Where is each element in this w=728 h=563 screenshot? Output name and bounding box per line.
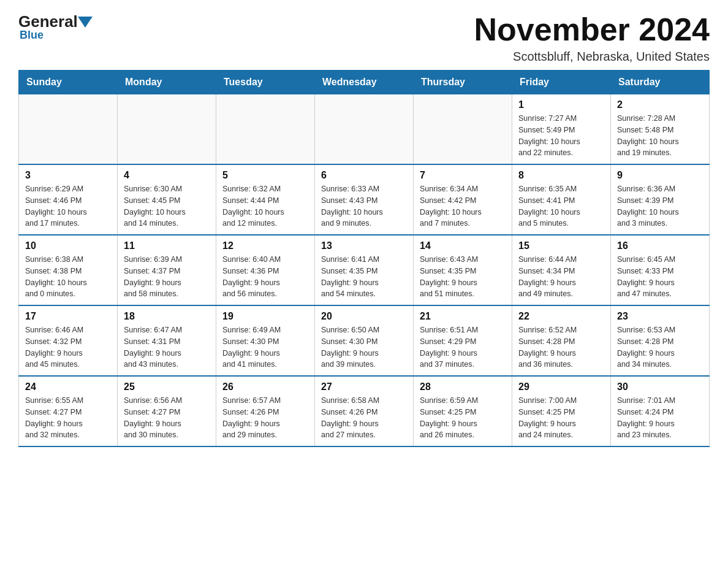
- calendar-cell: 23Sunrise: 6:53 AM Sunset: 4:28 PM Dayli…: [611, 305, 710, 376]
- calendar-cell: 16Sunrise: 6:45 AM Sunset: 4:33 PM Dayli…: [611, 235, 710, 305]
- day-number: 7: [420, 170, 506, 181]
- day-info: Sunrise: 6:33 AM Sunset: 4:43 PM Dayligh…: [321, 183, 407, 229]
- day-number: 5: [222, 170, 308, 181]
- day-number: 11: [124, 240, 210, 251]
- calendar-cell: [19, 94, 118, 165]
- day-info: Sunrise: 6:50 AM Sunset: 4:30 PM Dayligh…: [321, 324, 407, 370]
- day-info: Sunrise: 6:55 AM Sunset: 4:27 PM Dayligh…: [25, 395, 111, 441]
- weekday-header-row: SundayMondayTuesdayWednesdayThursdayFrid…: [19, 71, 710, 94]
- day-number: 21: [420, 311, 506, 322]
- day-info: Sunrise: 7:00 AM Sunset: 4:25 PM Dayligh…: [518, 395, 604, 441]
- week-row-5: 24Sunrise: 6:55 AM Sunset: 4:27 PM Dayli…: [19, 376, 710, 446]
- day-info: Sunrise: 6:40 AM Sunset: 4:36 PM Dayligh…: [222, 254, 308, 300]
- calendar-cell: 12Sunrise: 6:40 AM Sunset: 4:36 PM Dayli…: [216, 235, 315, 305]
- day-number: 14: [420, 240, 506, 251]
- calendar-cell: 19Sunrise: 6:49 AM Sunset: 4:30 PM Dayli…: [216, 305, 315, 376]
- logo-blue-text: Blue: [20, 29, 44, 42]
- calendar-cell: 7Sunrise: 6:34 AM Sunset: 4:42 PM Daylig…: [414, 164, 512, 235]
- week-row-3: 10Sunrise: 6:38 AM Sunset: 4:38 PM Dayli…: [19, 235, 710, 305]
- day-number: 28: [420, 381, 506, 393]
- day-number: 17: [25, 311, 111, 322]
- calendar-cell: 2Sunrise: 7:28 AM Sunset: 5:48 PM Daylig…: [611, 94, 710, 165]
- day-info: Sunrise: 6:29 AM Sunset: 4:46 PM Dayligh…: [25, 183, 111, 229]
- calendar-cell: 29Sunrise: 7:00 AM Sunset: 4:25 PM Dayli…: [512, 376, 611, 446]
- subtitle: Scottsbluff, Nebraska, United States: [474, 50, 710, 64]
- day-info: Sunrise: 7:27 AM Sunset: 5:49 PM Dayligh…: [518, 113, 604, 159]
- day-number: 4: [124, 170, 210, 181]
- day-number: 20: [321, 311, 407, 322]
- calendar-cell: 8Sunrise: 6:35 AM Sunset: 4:41 PM Daylig…: [512, 164, 611, 235]
- week-row-1: 1Sunrise: 7:27 AM Sunset: 5:49 PM Daylig…: [19, 94, 710, 165]
- day-info: Sunrise: 6:41 AM Sunset: 4:35 PM Dayligh…: [321, 254, 407, 300]
- calendar-cell: 17Sunrise: 6:46 AM Sunset: 4:32 PM Dayli…: [19, 305, 118, 376]
- day-info: Sunrise: 6:30 AM Sunset: 4:45 PM Dayligh…: [124, 183, 210, 229]
- day-number: 9: [617, 170, 703, 181]
- day-info: Sunrise: 6:35 AM Sunset: 4:41 PM Dayligh…: [518, 183, 604, 229]
- calendar-cell: 1Sunrise: 7:27 AM Sunset: 5:49 PM Daylig…: [512, 94, 611, 165]
- week-row-4: 17Sunrise: 6:46 AM Sunset: 4:32 PM Dayli…: [19, 305, 710, 376]
- weekday-header-friday: Friday: [512, 71, 611, 94]
- day-number: 15: [518, 240, 604, 251]
- calendar-cell: 6Sunrise: 6:33 AM Sunset: 4:43 PM Daylig…: [315, 164, 414, 235]
- page-title: November 2024: [474, 12, 710, 47]
- day-info: Sunrise: 6:32 AM Sunset: 4:44 PM Dayligh…: [222, 183, 308, 229]
- day-number: 23: [617, 311, 703, 322]
- calendar-cell: 9Sunrise: 6:36 AM Sunset: 4:39 PM Daylig…: [611, 164, 710, 235]
- calendar-cell: [315, 94, 414, 165]
- day-number: 12: [222, 240, 308, 251]
- day-info: Sunrise: 6:36 AM Sunset: 4:39 PM Dayligh…: [617, 183, 703, 229]
- day-info: Sunrise: 6:52 AM Sunset: 4:28 PM Dayligh…: [518, 324, 604, 370]
- day-info: Sunrise: 6:38 AM Sunset: 4:38 PM Dayligh…: [25, 254, 111, 300]
- calendar-cell: 22Sunrise: 6:52 AM Sunset: 4:28 PM Dayli…: [512, 305, 611, 376]
- day-number: 8: [518, 170, 604, 181]
- calendar: SundayMondayTuesdayWednesdayThursdayFrid…: [18, 70, 710, 447]
- day-number: 1: [518, 99, 604, 110]
- day-number: 27: [321, 381, 407, 393]
- calendar-cell: 5Sunrise: 6:32 AM Sunset: 4:44 PM Daylig…: [216, 164, 315, 235]
- logo-triangle-icon: [78, 17, 93, 28]
- calendar-cell: 25Sunrise: 6:56 AM Sunset: 4:27 PM Dayli…: [118, 376, 216, 446]
- day-info: Sunrise: 6:57 AM Sunset: 4:26 PM Dayligh…: [222, 395, 308, 441]
- day-info: Sunrise: 6:39 AM Sunset: 4:37 PM Dayligh…: [124, 254, 210, 300]
- weekday-header-thursday: Thursday: [414, 71, 512, 94]
- calendar-cell: [216, 94, 315, 165]
- calendar-cell: 21Sunrise: 6:51 AM Sunset: 4:29 PM Dayli…: [414, 305, 512, 376]
- calendar-cell: 26Sunrise: 6:57 AM Sunset: 4:26 PM Dayli…: [216, 376, 315, 446]
- day-info: Sunrise: 7:28 AM Sunset: 5:48 PM Dayligh…: [617, 113, 703, 159]
- calendar-cell: 18Sunrise: 6:47 AM Sunset: 4:31 PM Dayli…: [118, 305, 216, 376]
- day-info: Sunrise: 6:34 AM Sunset: 4:42 PM Dayligh…: [420, 183, 506, 229]
- calendar-cell: 24Sunrise: 6:55 AM Sunset: 4:27 PM Dayli…: [19, 376, 118, 446]
- header: General Blue November 2024 Scottsbluff, …: [18, 12, 710, 64]
- logo: General Blue: [18, 12, 94, 42]
- weekday-header-monday: Monday: [118, 71, 216, 94]
- day-number: 16: [617, 240, 703, 251]
- day-info: Sunrise: 6:47 AM Sunset: 4:31 PM Dayligh…: [124, 324, 210, 370]
- day-number: 29: [518, 381, 604, 393]
- day-number: 24: [25, 381, 111, 393]
- day-info: Sunrise: 6:51 AM Sunset: 4:29 PM Dayligh…: [420, 324, 506, 370]
- day-number: 13: [321, 240, 407, 251]
- day-number: 22: [518, 311, 604, 322]
- calendar-cell: 15Sunrise: 6:44 AM Sunset: 4:34 PM Dayli…: [512, 235, 611, 305]
- calendar-cell: 28Sunrise: 6:59 AM Sunset: 4:25 PM Dayli…: [414, 376, 512, 446]
- day-info: Sunrise: 6:45 AM Sunset: 4:33 PM Dayligh…: [617, 254, 703, 300]
- calendar-cell: 14Sunrise: 6:43 AM Sunset: 4:35 PM Dayli…: [414, 235, 512, 305]
- calendar-cell: 4Sunrise: 6:30 AM Sunset: 4:45 PM Daylig…: [118, 164, 216, 235]
- day-number: 3: [25, 170, 111, 181]
- weekday-header-saturday: Saturday: [611, 71, 710, 94]
- day-info: Sunrise: 7:01 AM Sunset: 4:24 PM Dayligh…: [617, 395, 703, 441]
- calendar-cell: [414, 94, 512, 165]
- day-number: 26: [222, 381, 308, 393]
- day-info: Sunrise: 6:58 AM Sunset: 4:26 PM Dayligh…: [321, 395, 407, 441]
- weekday-header-sunday: Sunday: [19, 71, 118, 94]
- day-info: Sunrise: 6:53 AM Sunset: 4:28 PM Dayligh…: [617, 324, 703, 370]
- title-block: November 2024 Scottsbluff, Nebraska, Uni…: [474, 12, 710, 64]
- day-info: Sunrise: 6:56 AM Sunset: 4:27 PM Dayligh…: [124, 395, 210, 441]
- day-number: 30: [617, 381, 703, 393]
- day-number: 2: [617, 99, 703, 110]
- calendar-cell: 30Sunrise: 7:01 AM Sunset: 4:24 PM Dayli…: [611, 376, 710, 446]
- day-number: 10: [25, 240, 111, 251]
- week-row-2: 3Sunrise: 6:29 AM Sunset: 4:46 PM Daylig…: [19, 164, 710, 235]
- calendar-cell: 13Sunrise: 6:41 AM Sunset: 4:35 PM Dayli…: [315, 235, 414, 305]
- day-info: Sunrise: 6:49 AM Sunset: 4:30 PM Dayligh…: [222, 324, 308, 370]
